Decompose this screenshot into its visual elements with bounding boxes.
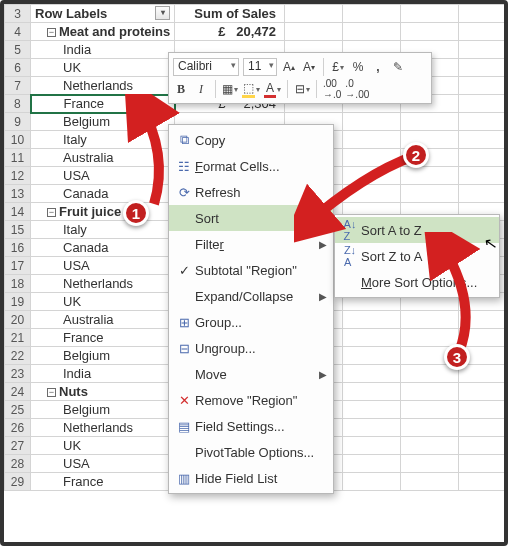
row-header[interactable]: 28	[5, 455, 31, 473]
cell[interactable]	[401, 419, 459, 437]
menu-ungroup[interactable]: ⊟Ungroup...	[169, 335, 333, 361]
pivot-item[interactable]: Canada	[31, 239, 175, 257]
pivot-item[interactable]: Canada	[31, 185, 175, 203]
cell[interactable]	[459, 419, 509, 437]
row-header[interactable]: 16	[5, 239, 31, 257]
pivot-item[interactable]: Belgium	[31, 113, 175, 131]
cell[interactable]	[459, 95, 509, 113]
cell[interactable]	[401, 383, 459, 401]
menu-filter[interactable]: Filter▶	[169, 231, 333, 257]
cell[interactable]	[343, 167, 401, 185]
cell[interactable]	[459, 41, 509, 59]
cell[interactable]	[459, 329, 509, 347]
row-header[interactable]: 6	[5, 59, 31, 77]
pivot-item[interactable]: UK	[31, 59, 175, 77]
row-header[interactable]: 25	[5, 401, 31, 419]
menu-more-sort-options[interactable]: More Sort Options...	[335, 269, 499, 295]
cell[interactable]	[459, 365, 509, 383]
pivot-item[interactable]: Belgium	[31, 401, 175, 419]
fill-color-icon[interactable]: ⬚	[242, 80, 260, 98]
cell[interactable]	[343, 329, 401, 347]
pivot-group[interactable]: −Fruit juice	[31, 203, 175, 221]
row-header[interactable]: 14	[5, 203, 31, 221]
cell[interactable]	[459, 455, 509, 473]
cell[interactable]	[401, 473, 459, 491]
cell[interactable]	[459, 131, 509, 149]
cell[interactable]	[343, 347, 401, 365]
accounting-format-icon[interactable]: £	[330, 58, 346, 76]
cell[interactable]: Sum of Sales	[175, 5, 285, 23]
pivot-item[interactable]: Australia	[31, 149, 175, 167]
pivot-item[interactable]: USA	[31, 167, 175, 185]
cell[interactable]	[401, 437, 459, 455]
cell[interactable]	[343, 437, 401, 455]
cell[interactable]	[343, 401, 401, 419]
cell[interactable]	[459, 5, 509, 23]
collapse-icon[interactable]: −	[47, 208, 56, 217]
menu-sort[interactable]: Sort▶	[169, 205, 333, 231]
cell[interactable]	[459, 311, 509, 329]
cell[interactable]	[401, 5, 459, 23]
pivot-item[interactable]: France	[31, 473, 175, 491]
pivot-item[interactable]: Netherlands	[31, 275, 175, 293]
cell[interactable]: £ 20,472	[175, 23, 285, 41]
cell[interactable]	[343, 149, 401, 167]
row-header[interactable]: 18	[5, 275, 31, 293]
font-color-icon[interactable]: A	[264, 80, 281, 98]
cell[interactable]	[343, 23, 401, 41]
menu-sort-ztoa[interactable]: Z↓ASort Z to A	[335, 243, 499, 269]
cell[interactable]	[343, 5, 401, 23]
pivot-group[interactable]: −Nuts	[31, 383, 175, 401]
merge-icon[interactable]: ⊟	[294, 80, 310, 98]
cell[interactable]	[459, 149, 509, 167]
menu-field-settings[interactable]: ▤Field Settings...	[169, 413, 333, 439]
pivot-group[interactable]: −Meat and proteins	[31, 23, 175, 41]
row-header[interactable]: 24	[5, 383, 31, 401]
cell[interactable]	[343, 131, 401, 149]
cell[interactable]	[343, 419, 401, 437]
row-header[interactable]: 9	[5, 113, 31, 131]
cell[interactable]	[343, 383, 401, 401]
pivot-item[interactable]: India	[31, 41, 175, 59]
row-header[interactable]: 21	[5, 329, 31, 347]
cell[interactable]	[459, 401, 509, 419]
filter-dropdown-icon[interactable]: ▾	[155, 6, 170, 20]
row-header[interactable]: 10	[5, 131, 31, 149]
menu-subtotal[interactable]: Subtotal "Region"	[169, 257, 333, 283]
increase-font-icon[interactable]: A▴	[281, 58, 297, 76]
row-header[interactable]: 19	[5, 293, 31, 311]
cell[interactable]	[459, 23, 509, 41]
menu-copy[interactable]: ⧉Copy	[169, 127, 333, 153]
format-painter-icon[interactable]: ✎	[390, 58, 406, 76]
row-header[interactable]: 12	[5, 167, 31, 185]
collapse-icon[interactable]: −	[47, 388, 56, 397]
font-family-select[interactable]: Calibri	[173, 58, 239, 76]
italic-button[interactable]: I	[193, 80, 209, 98]
menu-refresh[interactable]: ⟳Refresh	[169, 179, 333, 205]
cell[interactable]	[343, 311, 401, 329]
cell[interactable]	[285, 5, 343, 23]
cell[interactable]	[459, 77, 509, 95]
menu-group[interactable]: ⊞Group...	[169, 309, 333, 335]
row-header[interactable]: 7	[5, 77, 31, 95]
cell[interactable]	[401, 23, 459, 41]
cell[interactable]	[401, 329, 459, 347]
font-size-select[interactable]: 11	[243, 58, 277, 76]
cell[interactable]	[459, 437, 509, 455]
row-header[interactable]: 8	[5, 95, 31, 113]
cell[interactable]	[459, 185, 509, 203]
cell[interactable]	[343, 455, 401, 473]
menu-pivottable-options[interactable]: PivotTable Options...	[169, 439, 333, 465]
percent-icon[interactable]: %	[350, 58, 366, 76]
pivot-item[interactable]: USA	[31, 257, 175, 275]
row-header[interactable]: 5	[5, 41, 31, 59]
pivot-item[interactable]: Italy	[31, 221, 175, 239]
menu-hide-field-list[interactable]: ▥Hide Field List	[169, 465, 333, 491]
row-header[interactable]: 27	[5, 437, 31, 455]
cell[interactable]	[343, 473, 401, 491]
pivot-row-labels-header[interactable]: Row Labels▾	[31, 5, 175, 23]
pivot-item[interactable]: Netherlands	[31, 77, 175, 95]
decrease-font-icon[interactable]: A▾	[301, 58, 317, 76]
pivot-item[interactable]: USA	[31, 455, 175, 473]
pivot-item[interactable]: UK	[31, 437, 175, 455]
